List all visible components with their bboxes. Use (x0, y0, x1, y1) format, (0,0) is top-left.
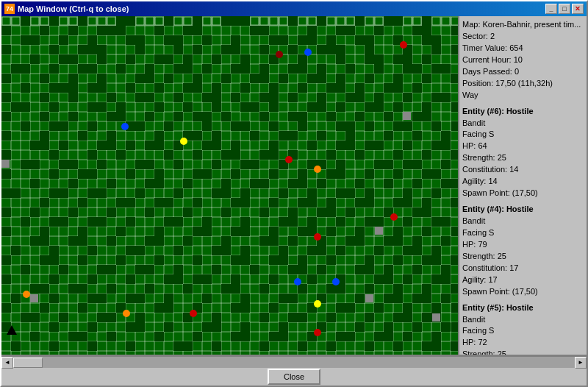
svg-rect-590 (403, 332, 412, 341)
svg-rect-425 (164, 217, 183, 227)
svg-rect-609 (365, 294, 373, 302)
svg-rect-576 (384, 322, 393, 332)
svg-rect-377 (317, 179, 326, 188)
svg-rect-335 (221, 150, 240, 160)
svg-rect-286 (412, 112, 431, 121)
svg-rect-204 (202, 64, 212, 74)
svg-rect-355 (441, 160, 451, 169)
svg-rect-142 (355, 16, 365, 26)
svg-rect-288 (49, 121, 68, 131)
scroll-right-button[interactable]: ► (575, 357, 587, 369)
svg-rect-443 (326, 227, 336, 236)
svg-rect-295 (298, 121, 307, 131)
svg-rect-217 (135, 74, 154, 83)
entity1-hp: HP: 64 (462, 141, 584, 152)
svg-rect-433 (431, 217, 451, 227)
maximize-button[interactable]: □ (559, 4, 570, 14)
svg-rect-269 (365, 102, 384, 112)
svg-rect-210 (374, 64, 384, 74)
svg-rect-219 (193, 74, 202, 83)
svg-rect-236 (240, 83, 250, 93)
svg-rect-578 (441, 322, 451, 332)
svg-rect-163 (231, 35, 240, 45)
svg-rect-442 (298, 227, 317, 236)
svg-rect-282 (288, 112, 307, 121)
svg-rect-384 (87, 188, 107, 198)
svg-rect-378 (355, 179, 365, 188)
svg-rect-450 (107, 236, 116, 246)
svg-point-622 (314, 300, 321, 308)
svg-rect-161 (164, 35, 183, 45)
svg-rect-245 (68, 93, 78, 102)
svg-rect-278 (173, 112, 183, 121)
minimize-button[interactable]: _ (545, 4, 557, 14)
svg-rect-533 (240, 294, 250, 303)
svg-rect-272 (451, 102, 458, 112)
close-button-bar: Close (1, 368, 587, 386)
svg-rect-368 (422, 169, 441, 179)
svg-rect-348 (212, 160, 221, 169)
svg-rect-589 (374, 332, 393, 341)
close-button[interactable]: Close (268, 369, 320, 385)
svg-rect-250 (231, 93, 240, 102)
svg-rect-260 (87, 102, 107, 112)
svg-rect-470 (336, 246, 345, 255)
sidebar-scroll[interactable]: Map: Koren-Bahnir, present tim... Sector… (459, 16, 587, 355)
svg-rect-553 (451, 303, 458, 313)
svg-rect-544 (154, 303, 173, 313)
svg-rect-408 (1, 207, 11, 217)
svg-rect-464 (126, 246, 145, 255)
entity2-id: Entity (#4): Hostile (462, 204, 584, 216)
horizontal-scrollbar[interactable]: ◄ ► (1, 356, 587, 368)
svg-rect-502 (49, 274, 59, 284)
svg-rect-366 (365, 169, 374, 179)
scroll-thumb[interactable] (13, 358, 43, 368)
svg-rect-527 (11, 294, 21, 303)
svg-rect-422 (49, 217, 68, 227)
svg-rect-276 (107, 112, 126, 121)
svg-rect-516 (107, 284, 116, 294)
svg-rect-294 (269, 121, 279, 131)
svg-rect-584 (193, 332, 202, 341)
svg-rect-409 (30, 207, 40, 217)
svg-rect-338 (326, 150, 336, 160)
svg-rect-389 (279, 188, 288, 198)
svg-rect-586 (269, 332, 288, 341)
svg-rect-169 (422, 35, 441, 45)
map-svg (1, 16, 458, 355)
svg-rect-390 (307, 188, 317, 198)
svg-rect-479 (193, 255, 202, 265)
scroll-track[interactable] (13, 357, 575, 368)
svg-rect-283 (326, 112, 336, 121)
svg-rect-444 (355, 227, 365, 236)
svg-rect-262 (154, 102, 164, 112)
svg-rect-469 (307, 246, 326, 255)
svg-rect-323 (269, 141, 279, 150)
svg-rect-191 (240, 54, 250, 64)
svg-rect-511 (374, 274, 393, 284)
svg-rect-134 (49, 16, 59, 26)
svg-rect-227 (422, 74, 431, 83)
svg-rect-607 (403, 112, 411, 120)
svg-point-617 (390, 213, 398, 221)
svg-rect-375 (250, 179, 269, 188)
svg-rect-420 (412, 207, 431, 217)
entity2-facing: Facing S (462, 227, 584, 239)
svg-rect-489 (59, 265, 68, 274)
close-title-button[interactable]: ✕ (572, 4, 584, 14)
svg-rect-416 (288, 207, 298, 217)
svg-rect-183 (451, 45, 458, 54)
svg-rect-605 (1, 160, 10, 168)
svg-rect-480 (231, 255, 250, 265)
svg-rect-582 (107, 332, 116, 341)
svg-rect-279 (193, 112, 212, 121)
scroll-left-button[interactable]: ◄ (1, 357, 13, 369)
svg-rect-595 (126, 341, 135, 351)
svg-point-615 (400, 41, 407, 49)
svg-rect-505 (164, 274, 183, 284)
svg-rect-404 (355, 198, 374, 207)
svg-rect-539 (441, 294, 451, 303)
svg-rect-376 (288, 179, 307, 188)
svg-rect-172 (78, 45, 107, 54)
svg-rect-561 (288, 313, 307, 322)
